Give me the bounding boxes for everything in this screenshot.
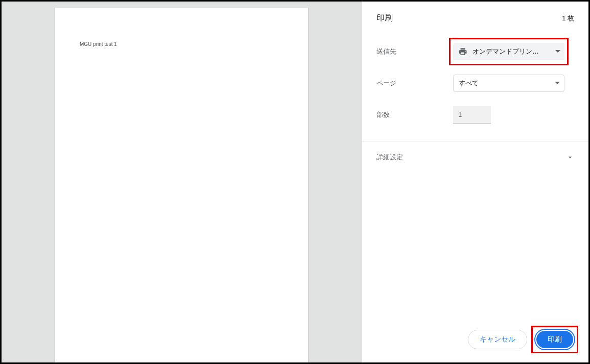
print-button[interactable]: 印刷	[535, 330, 574, 349]
destination-select[interactable]: オンデマンドプリン…	[453, 43, 564, 60]
panel-title: 印刷	[376, 13, 393, 23]
chevron-down-icon	[555, 50, 560, 53]
copies-row: 部数	[376, 99, 579, 131]
destination-value: オンデマンドプリン…	[473, 47, 552, 56]
cancel-button[interactable]: キャンセル	[468, 330, 527, 349]
sheet-count: 1 枚	[562, 14, 574, 23]
pages-select[interactable]: すべて	[453, 75, 564, 92]
page-preview: MGU print test 1	[55, 8, 308, 362]
destination-label: 送信先	[376, 47, 453, 56]
print-button-wrapper: 印刷	[532, 327, 577, 352]
print-settings-panel: 印刷 1 枚 送信先 オンデマンドプリン…	[362, 2, 588, 362]
printer-icon	[458, 47, 467, 56]
print-dialog: MGU print test 1 印刷 1 枚 送信先 オンデマンドプリン…	[0, 0, 590, 364]
pages-row: ページ すべて	[376, 67, 579, 99]
settings-section: 送信先 オンデマンドプリン… ページ	[362, 33, 588, 136]
pages-value: すべて	[459, 79, 552, 88]
pages-label: ページ	[376, 79, 453, 88]
copies-label: 部数	[376, 110, 453, 119]
destination-row: 送信先 オンデマンドプリン…	[376, 36, 579, 67]
more-settings-toggle[interactable]: 詳細設定	[362, 141, 588, 173]
preview-text: MGU print test 1	[80, 41, 284, 47]
panel-header: 印刷 1 枚	[362, 2, 588, 33]
chevron-down-icon	[566, 153, 574, 161]
destination-control-wrapper: オンデマンドプリン…	[453, 43, 579, 60]
copies-input[interactable]	[453, 106, 491, 124]
print-preview-area: MGU print test 1	[2, 2, 362, 362]
panel-footer: キャンセル 印刷	[362, 319, 588, 362]
chevron-down-icon	[555, 82, 560, 85]
more-settings-label: 詳細設定	[376, 153, 403, 162]
